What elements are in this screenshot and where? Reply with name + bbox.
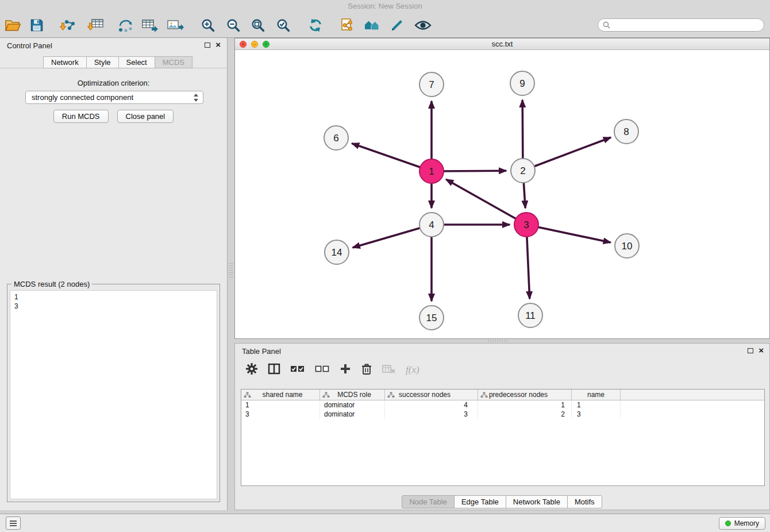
toolbar-search[interactable] xyxy=(598,18,764,32)
show-hide-details-button[interactable] xyxy=(413,15,433,36)
tab-network[interactable]: Network xyxy=(43,56,87,68)
import-table-button[interactable] xyxy=(85,15,106,36)
node-8[interactable]: 8 xyxy=(614,119,638,144)
split-panel-button[interactable] xyxy=(268,363,280,377)
style-brush-button[interactable] xyxy=(387,15,408,36)
close-window-icon[interactable]: × xyxy=(240,41,247,48)
mcds-result-title: MCDS result (2 nodes) xyxy=(11,280,92,288)
tab-edge-table[interactable]: Edge Table xyxy=(454,495,506,508)
svg-text:2: 2 xyxy=(520,165,525,176)
svg-text:9: 9 xyxy=(519,78,525,89)
edge-3-10[interactable] xyxy=(526,225,611,242)
network-home-button[interactable] xyxy=(362,15,383,36)
zoom-out-button[interactable] xyxy=(223,15,244,36)
svg-text:15: 15 xyxy=(426,313,437,323)
search-input[interactable] xyxy=(613,21,759,29)
column-header-mcds-role[interactable]: MCDS role xyxy=(320,390,385,400)
minimize-window-icon[interactable]: − xyxy=(251,41,258,48)
horizontal-splitter-handle[interactable] xyxy=(488,340,508,342)
column-header-successor-nodes[interactable]: successor nodes xyxy=(385,390,478,400)
mcds-result-list[interactable]: 1 3 xyxy=(10,290,217,499)
cell-filler xyxy=(621,400,764,410)
column-header-name[interactable]: name xyxy=(572,390,621,400)
window-title: Session: New Session xyxy=(348,2,422,10)
export-table-button[interactable] xyxy=(140,15,160,36)
table-settings-button[interactable] xyxy=(245,363,258,377)
status-bar: Memory xyxy=(0,514,770,532)
column-sort-icon xyxy=(244,392,251,400)
zoom-fit-icon xyxy=(251,18,265,33)
node-2[interactable]: 2 xyxy=(511,159,535,183)
node-1[interactable]: 1 xyxy=(419,159,444,183)
network-window-titlebar[interactable]: × − + scc.txt xyxy=(235,38,769,50)
column-label: successor nodes xyxy=(399,391,451,399)
svg-text:10: 10 xyxy=(622,241,633,252)
criterion-dropdown[interactable]: strongly connected component xyxy=(25,91,203,104)
network-view-window: × − + scc.txt 7968124314101511 xyxy=(234,38,770,339)
zoom-selected-button[interactable] xyxy=(273,15,294,36)
new-network-from-selection-button[interactable] xyxy=(115,15,136,36)
column-header-shared-name[interactable]: shared name xyxy=(241,390,320,400)
node-4[interactable]: 4 xyxy=(419,213,444,237)
cell-mcds-role: dominator xyxy=(320,400,385,410)
column-sort-icon xyxy=(480,392,488,400)
node-15[interactable]: 15 xyxy=(419,306,444,330)
table-panel-float-button[interactable] xyxy=(748,348,753,353)
import-network-button[interactable] xyxy=(57,15,78,36)
delete-table-button[interactable] xyxy=(382,363,396,377)
edge-1-6[interactable] xyxy=(352,144,432,171)
column-sort-icon xyxy=(322,392,330,400)
memory-button[interactable]: Memory xyxy=(719,517,765,530)
column-label: MCDS role xyxy=(337,391,371,399)
open-session-button[interactable] xyxy=(2,15,23,36)
add-column-button[interactable] xyxy=(340,363,351,377)
column-header-predecessor-nodes[interactable]: predecessor nodes xyxy=(478,390,572,400)
table-panel-close-button[interactable]: × xyxy=(759,345,764,356)
node-14[interactable]: 14 xyxy=(325,240,349,264)
node-3[interactable]: 3 xyxy=(514,213,538,237)
control-panel-float-button[interactable] xyxy=(205,43,210,48)
first-neighbors-button[interactable] xyxy=(337,15,357,36)
table-row[interactable]: 3 dominator 3 2 3 xyxy=(241,410,764,419)
zoom-in-button[interactable] xyxy=(198,15,218,36)
unselect-all-icon xyxy=(315,364,330,374)
tab-mcds[interactable]: MCDS xyxy=(155,56,192,68)
node-6[interactable]: 6 xyxy=(324,126,348,150)
tab-select[interactable]: Select xyxy=(118,56,155,68)
export-image-button[interactable] xyxy=(165,15,186,36)
run-mcds-button[interactable]: Run MCDS xyxy=(53,110,109,123)
zoom-out-icon xyxy=(226,18,241,33)
first-neighbors-icon xyxy=(340,18,355,33)
tab-network-table[interactable]: Network Table xyxy=(506,495,568,508)
function-builder-button[interactable]: f(x) xyxy=(406,364,419,376)
select-all-button[interactable] xyxy=(290,364,305,376)
edge-3-1[interactable] xyxy=(446,179,526,225)
main-toolbar xyxy=(0,13,770,38)
unselect-all-button[interactable] xyxy=(315,364,330,376)
edge-2-8[interactable] xyxy=(523,137,611,171)
delete-column-button[interactable] xyxy=(361,363,372,377)
plus-icon xyxy=(340,363,351,375)
apply-layout-button[interactable] xyxy=(305,15,326,36)
node-11[interactable]: 11 xyxy=(518,303,542,327)
node-9[interactable]: 9 xyxy=(510,71,534,95)
app-window: { "window": { "title": "Session: New Ses… xyxy=(0,0,770,532)
maximize-window-icon[interactable]: + xyxy=(263,41,270,48)
vertical-splitter-handle[interactable] xyxy=(229,263,233,279)
select-all-icon xyxy=(290,364,305,374)
node-7[interactable]: 7 xyxy=(419,72,444,97)
tab-motifs[interactable]: Motifs xyxy=(567,495,602,508)
cell-successor-nodes: 3 xyxy=(385,410,478,419)
task-history-button[interactable] xyxy=(6,516,21,530)
tab-node-table[interactable]: Node Table xyxy=(402,495,455,508)
zoom-fit-button[interactable] xyxy=(248,15,268,36)
zoom-in-icon xyxy=(201,18,215,33)
tab-style[interactable]: Style xyxy=(86,56,119,68)
node-10[interactable]: 10 xyxy=(615,234,639,258)
network-canvas[interactable]: 7968124314101511 xyxy=(235,50,769,338)
table-row[interactable]: 1 dominator 4 1 1 xyxy=(241,400,764,410)
svg-text:1: 1 xyxy=(429,166,434,177)
close-panel-button[interactable]: Close panel xyxy=(117,110,174,123)
control-panel-close-button[interactable]: × xyxy=(215,39,221,51)
save-session-button[interactable] xyxy=(26,15,47,36)
